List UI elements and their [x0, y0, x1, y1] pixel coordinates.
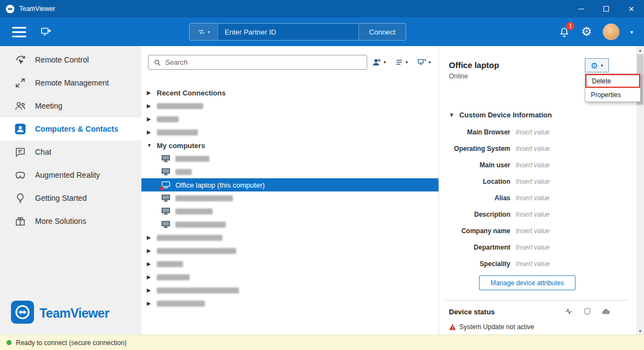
chevron-down-icon: ▾: [208, 30, 210, 35]
brand-name: TeamViewer: [39, 306, 109, 321]
redacted-label: [175, 208, 213, 214]
minimize-button[interactable]: [568, 0, 594, 18]
header-actions: 1 ⚙ ▾: [558, 24, 633, 40]
field-label: Speciality: [439, 260, 510, 268]
sidebar-item-remote-control[interactable]: Remote Control: [0, 48, 141, 71]
tree-computer[interactable]: [141, 191, 438, 205]
device-status-warning: System Update not active: [449, 323, 534, 331]
tree-computer[interactable]: [141, 218, 438, 231]
settings-button[interactable]: ⚙: [581, 26, 592, 38]
view-options-button[interactable]: ▾: [395, 58, 408, 66]
chevron-right-icon: ▶: [147, 129, 153, 135]
link-icon: [197, 29, 206, 35]
scroll-up-button[interactable]: ▲: [636, 46, 644, 54]
field-value[interactable]: Insert value: [516, 227, 550, 235]
tree-group[interactable]: ▶: [141, 297, 438, 310]
tree-group[interactable]: ▼My computers: [141, 139, 438, 152]
teamviewer-brand-icon: [11, 301, 34, 326]
tree-computer[interactable]: [141, 152, 438, 165]
device-field-row: Operating SystemInsert value: [439, 140, 628, 157]
cloud-icon[interactable]: [599, 305, 612, 317]
tree-computer[interactable]: [141, 165, 438, 178]
chevron-right-icon: ▶: [147, 261, 153, 267]
maximize-button[interactable]: [594, 0, 619, 18]
field-value[interactable]: Insert value: [516, 161, 550, 169]
sidebar-item-augmented-reality[interactable]: Augmented Reality: [0, 163, 141, 187]
sidebar: Remote ControlRemote ManagementMeetingCo…: [0, 46, 141, 335]
computers-contacts-icon: [14, 123, 26, 135]
chevron-right-icon: ▶: [147, 301, 153, 306]
computer-icon: [161, 180, 170, 189]
field-value[interactable]: Insert value: [516, 244, 550, 251]
search-icon: [153, 59, 161, 66]
redacted-label: [175, 156, 209, 162]
tree-group[interactable]: ▶: [141, 270, 438, 284]
chevron-right-icon: ▶: [147, 116, 153, 122]
field-label: Main user: [439, 161, 510, 169]
device-settings-dropdown[interactable]: ⚙ ▾: [585, 58, 609, 72]
shield-icon[interactable]: [580, 305, 594, 317]
tree-group[interactable]: ▶: [141, 244, 438, 257]
connection-mode-dropdown[interactable]: ▾: [190, 24, 218, 40]
field-value[interactable]: Insert value: [516, 178, 550, 185]
redacted-label: [157, 301, 205, 307]
field-value[interactable]: Insert value: [516, 128, 550, 136]
tree-item-label: Recent Connections: [157, 89, 226, 97]
tree-group[interactable]: ▶Recent Connections: [141, 86, 438, 99]
tree-group[interactable]: ▶: [141, 112, 438, 126]
computer-icon: [161, 194, 170, 202]
sidebar-item-chat[interactable]: Chat: [0, 140, 141, 163]
manage-device-attributes-button[interactable]: Manage device attributes: [479, 275, 575, 290]
device-field-row: DescriptionInsert value: [439, 206, 628, 223]
redacted-label: [157, 235, 223, 241]
tree-group[interactable]: ▶: [141, 126, 438, 139]
sidebar-item-remote-management[interactable]: Remote Management: [0, 71, 141, 94]
tree-computer[interactable]: [141, 205, 438, 218]
tree-group[interactable]: ▶: [141, 257, 438, 270]
collapse-section-icon[interactable]: ▼: [449, 112, 454, 118]
section-divider: [446, 300, 629, 301]
device-field-row: Company nameInsert value: [439, 223, 628, 239]
search-input[interactable]: [165, 58, 362, 66]
redacted-label: [157, 116, 179, 122]
tree-group[interactable]: ▶: [141, 231, 438, 244]
menu-icon[interactable]: [12, 27, 26, 37]
chevron-down-icon[interactable]: ▾: [630, 29, 633, 35]
device-field-row: Main userInsert value: [439, 157, 628, 173]
field-value[interactable]: Insert value: [516, 194, 550, 202]
close-button[interactable]: ✕: [619, 0, 644, 18]
main-area: Remote ControlRemote ManagementMeetingCo…: [0, 46, 644, 335]
computers-list-panel: ▾ ▾ ▾ ▶Recent Connections▶▶▶▼My computer…: [141, 46, 438, 335]
chevron-right-icon: ▶: [147, 90, 153, 95]
field-value[interactable]: Insert value: [516, 211, 550, 218]
field-value[interactable]: Insert value: [516, 260, 550, 268]
warning-text: System Update not active: [459, 323, 534, 331]
connect-button[interactable]: Connect: [358, 24, 406, 40]
sidebar-item-getting-started[interactable]: Getting Started: [0, 187, 141, 210]
monitoring-icon[interactable]: [562, 305, 575, 317]
sidebar-item-meeting[interactable]: Meeting: [0, 94, 141, 117]
list-icon: [395, 58, 404, 66]
sidebar-nav: Remote ControlRemote ManagementMeetingCo…: [0, 48, 141, 233]
field-value[interactable]: Insert value: [516, 145, 550, 153]
partner-id-input[interactable]: [218, 28, 358, 36]
sidebar-item-label: Augmented Reality: [35, 171, 100, 179]
scroll-down-button[interactable]: ▼: [636, 327, 644, 335]
connection-status-dot: [7, 340, 12, 345]
warning-triangle-icon: [449, 324, 456, 330]
add-contact-button[interactable]: ▾: [372, 58, 386, 67]
menu-item-delete[interactable]: Delete: [585, 74, 640, 88]
sidebar-item-computers-contacts[interactable]: Computers & Contacts: [0, 117, 141, 140]
sidebar-item-more-solutions[interactable]: More Solutions: [0, 210, 141, 233]
notifications-button[interactable]: 1: [558, 26, 570, 38]
tree-computer[interactable]: Office laptop (this computer): [141, 178, 438, 191]
screen-share-icon[interactable]: [39, 26, 53, 38]
field-label: Company name: [439, 227, 510, 235]
device-field-row: SpecialityInsert value: [439, 256, 628, 272]
tree-group[interactable]: ▶: [141, 99, 438, 112]
tree-group[interactable]: ▶: [141, 284, 438, 297]
menu-item-properties[interactable]: Properties: [585, 88, 640, 101]
chevron-right-icon: ▶: [147, 235, 153, 240]
account-avatar[interactable]: [603, 24, 619, 40]
add-computer-button[interactable]: ▾: [417, 58, 431, 67]
